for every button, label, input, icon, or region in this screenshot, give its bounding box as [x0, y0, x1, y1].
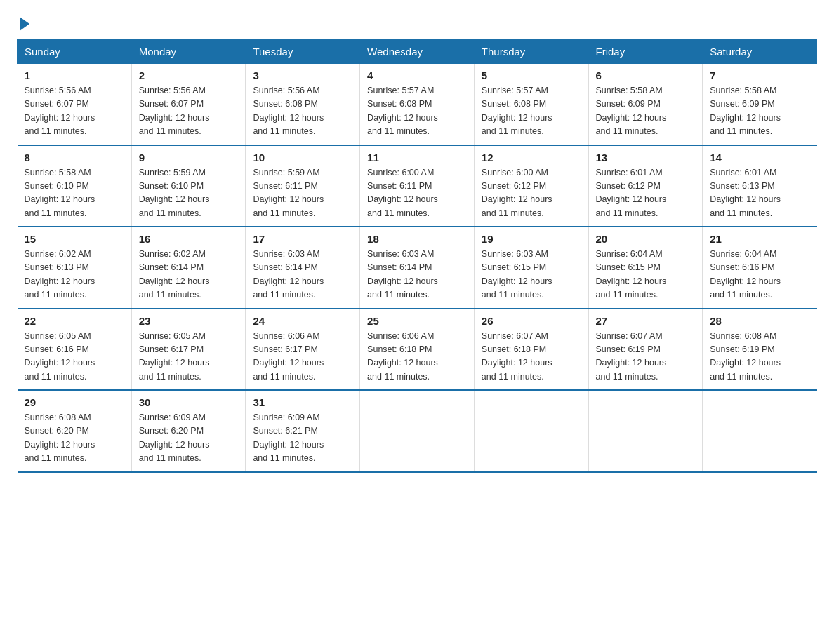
- day-info: Sunrise: 6:09 AMSunset: 6:21 PMDaylight:…: [253, 411, 352, 466]
- calendar-cell: 5Sunrise: 5:57 AMSunset: 6:08 PMDaylight…: [474, 64, 588, 145]
- calendar-cell: 26Sunrise: 6:07 AMSunset: 6:18 PMDayligh…: [474, 309, 588, 391]
- calendar-cell: 23Sunrise: 6:05 AMSunset: 6:17 PMDayligh…: [131, 309, 246, 391]
- day-info: Sunrise: 6:06 AMSunset: 6:17 PMDaylight:…: [253, 330, 352, 384]
- day-number: 3: [253, 69, 352, 81]
- day-number: 7: [710, 69, 809, 81]
- calendar-cell: 3Sunrise: 5:56 AMSunset: 6:08 PMDaylight…: [246, 64, 360, 145]
- calendar-cell: 4Sunrise: 5:57 AMSunset: 6:08 PMDaylight…: [360, 64, 475, 145]
- calendar-cell: [703, 390, 817, 472]
- header-cell-friday: Friday: [588, 40, 703, 64]
- day-number: 16: [139, 233, 239, 245]
- page-header: [17, 17, 817, 28]
- day-number: 18: [367, 233, 467, 245]
- day-number: 9: [139, 152, 239, 163]
- day-info: Sunrise: 6:02 AMSunset: 6:13 PMDaylight:…: [25, 248, 124, 302]
- day-number: 22: [25, 315, 124, 327]
- day-number: 10: [253, 152, 352, 163]
- day-info: Sunrise: 6:00 AMSunset: 6:12 PMDaylight:…: [482, 166, 581, 221]
- calendar-cell: [588, 390, 703, 472]
- day-number: 28: [710, 315, 809, 327]
- calendar-cell: 21Sunrise: 6:04 AMSunset: 6:16 PMDayligh…: [703, 227, 817, 309]
- day-info: Sunrise: 6:03 AMSunset: 6:15 PMDaylight:…: [482, 248, 581, 302]
- header-cell-monday: Monday: [131, 40, 246, 64]
- day-info: Sunrise: 5:58 AMSunset: 6:10 PMDaylight:…: [25, 166, 124, 221]
- header-cell-sunday: Sunday: [18, 40, 132, 64]
- day-info: Sunrise: 6:08 AMSunset: 6:20 PMDaylight:…: [25, 411, 124, 466]
- calendar-header: SundayMondayTuesdayWednesdayThursdayFrid…: [18, 40, 817, 64]
- day-number: 31: [253, 396, 352, 408]
- calendar-cell: 14Sunrise: 6:01 AMSunset: 6:13 PMDayligh…: [703, 145, 817, 227]
- day-info: Sunrise: 5:59 AMSunset: 6:10 PMDaylight:…: [139, 166, 239, 221]
- calendar-cell: 11Sunrise: 6:00 AMSunset: 6:11 PMDayligh…: [360, 145, 475, 227]
- day-info: Sunrise: 6:08 AMSunset: 6:19 PMDaylight:…: [710, 330, 809, 384]
- day-number: 5: [482, 69, 581, 81]
- day-number: 17: [253, 233, 352, 245]
- day-number: 4: [367, 69, 467, 81]
- day-number: 12: [482, 152, 581, 163]
- header-row: SundayMondayTuesdayWednesdayThursdayFrid…: [18, 40, 817, 64]
- day-number: 6: [596, 69, 696, 81]
- day-info: Sunrise: 5:56 AMSunset: 6:08 PMDaylight:…: [253, 84, 352, 139]
- day-info: Sunrise: 6:00 AMSunset: 6:11 PMDaylight:…: [367, 166, 467, 221]
- logo-arrow-icon: [20, 17, 29, 31]
- calendar-cell: 8Sunrise: 5:58 AMSunset: 6:10 PMDaylight…: [18, 145, 132, 227]
- day-number: 27: [596, 315, 696, 327]
- calendar-cell: 19Sunrise: 6:03 AMSunset: 6:15 PMDayligh…: [474, 227, 588, 309]
- day-number: 23: [139, 315, 239, 327]
- day-info: Sunrise: 5:59 AMSunset: 6:11 PMDaylight:…: [253, 166, 352, 221]
- day-number: 19: [482, 233, 581, 245]
- calendar-cell: 18Sunrise: 6:03 AMSunset: 6:14 PMDayligh…: [360, 227, 475, 309]
- calendar-cell: 10Sunrise: 5:59 AMSunset: 6:11 PMDayligh…: [246, 145, 360, 227]
- week-row-5: 29Sunrise: 6:08 AMSunset: 6:20 PMDayligh…: [18, 390, 817, 472]
- calendar-cell: 7Sunrise: 5:58 AMSunset: 6:09 PMDaylight…: [703, 64, 817, 145]
- day-info: Sunrise: 6:07 AMSunset: 6:18 PMDaylight:…: [482, 330, 581, 384]
- calendar-cell: 15Sunrise: 6:02 AMSunset: 6:13 PMDayligh…: [18, 227, 132, 309]
- calendar-cell: [474, 390, 588, 472]
- calendar-table: SundayMondayTuesdayWednesdayThursdayFrid…: [17, 39, 817, 473]
- header-cell-thursday: Thursday: [474, 40, 588, 64]
- day-number: 15: [25, 233, 124, 245]
- calendar-cell: 9Sunrise: 5:59 AMSunset: 6:10 PMDaylight…: [131, 145, 246, 227]
- calendar-cell: 27Sunrise: 6:07 AMSunset: 6:19 PMDayligh…: [588, 309, 703, 391]
- day-number: 21: [710, 233, 809, 245]
- header-cell-tuesday: Tuesday: [246, 40, 360, 64]
- day-number: 29: [25, 396, 124, 408]
- day-info: Sunrise: 6:06 AMSunset: 6:18 PMDaylight:…: [367, 330, 467, 384]
- day-info: Sunrise: 5:58 AMSunset: 6:09 PMDaylight:…: [710, 84, 809, 139]
- calendar-cell: 6Sunrise: 5:58 AMSunset: 6:09 PMDaylight…: [588, 64, 703, 145]
- calendar-cell: 28Sunrise: 6:08 AMSunset: 6:19 PMDayligh…: [703, 309, 817, 391]
- day-number: 20: [596, 233, 696, 245]
- day-number: 2: [139, 69, 239, 81]
- logo: [17, 17, 29, 28]
- day-info: Sunrise: 6:07 AMSunset: 6:19 PMDaylight:…: [596, 330, 696, 384]
- calendar-cell: 12Sunrise: 6:00 AMSunset: 6:12 PMDayligh…: [474, 145, 588, 227]
- day-number: 11: [367, 152, 467, 163]
- calendar-cell: 29Sunrise: 6:08 AMSunset: 6:20 PMDayligh…: [18, 390, 132, 472]
- calendar-cell: 17Sunrise: 6:03 AMSunset: 6:14 PMDayligh…: [246, 227, 360, 309]
- day-number: 1: [25, 69, 124, 81]
- day-number: 30: [139, 396, 239, 408]
- calendar-cell: 1Sunrise: 5:56 AMSunset: 6:07 PMDaylight…: [18, 64, 132, 145]
- day-info: Sunrise: 5:56 AMSunset: 6:07 PMDaylight:…: [139, 84, 239, 139]
- header-cell-saturday: Saturday: [703, 40, 817, 64]
- day-info: Sunrise: 5:58 AMSunset: 6:09 PMDaylight:…: [596, 84, 696, 139]
- calendar-cell: 22Sunrise: 6:05 AMSunset: 6:16 PMDayligh…: [18, 309, 132, 391]
- day-info: Sunrise: 5:56 AMSunset: 6:07 PMDaylight:…: [25, 84, 124, 139]
- day-number: 24: [253, 315, 352, 327]
- day-info: Sunrise: 5:57 AMSunset: 6:08 PMDaylight:…: [367, 84, 467, 139]
- day-number: 26: [482, 315, 581, 327]
- day-info: Sunrise: 6:05 AMSunset: 6:17 PMDaylight:…: [139, 330, 239, 384]
- calendar-cell: 24Sunrise: 6:06 AMSunset: 6:17 PMDayligh…: [246, 309, 360, 391]
- calendar-cell: 31Sunrise: 6:09 AMSunset: 6:21 PMDayligh…: [246, 390, 360, 472]
- day-info: Sunrise: 5:57 AMSunset: 6:08 PMDaylight:…: [482, 84, 581, 139]
- calendar-cell: [360, 390, 475, 472]
- day-number: 8: [25, 152, 124, 163]
- calendar-cell: 13Sunrise: 6:01 AMSunset: 6:12 PMDayligh…: [588, 145, 703, 227]
- day-number: 25: [367, 315, 467, 327]
- calendar-cell: 20Sunrise: 6:04 AMSunset: 6:15 PMDayligh…: [588, 227, 703, 309]
- week-row-3: 15Sunrise: 6:02 AMSunset: 6:13 PMDayligh…: [18, 227, 817, 309]
- day-info: Sunrise: 6:01 AMSunset: 6:13 PMDaylight:…: [710, 166, 809, 221]
- day-info: Sunrise: 6:09 AMSunset: 6:20 PMDaylight:…: [139, 411, 239, 466]
- week-row-4: 22Sunrise: 6:05 AMSunset: 6:16 PMDayligh…: [18, 309, 817, 391]
- day-info: Sunrise: 6:03 AMSunset: 6:14 PMDaylight:…: [253, 248, 352, 302]
